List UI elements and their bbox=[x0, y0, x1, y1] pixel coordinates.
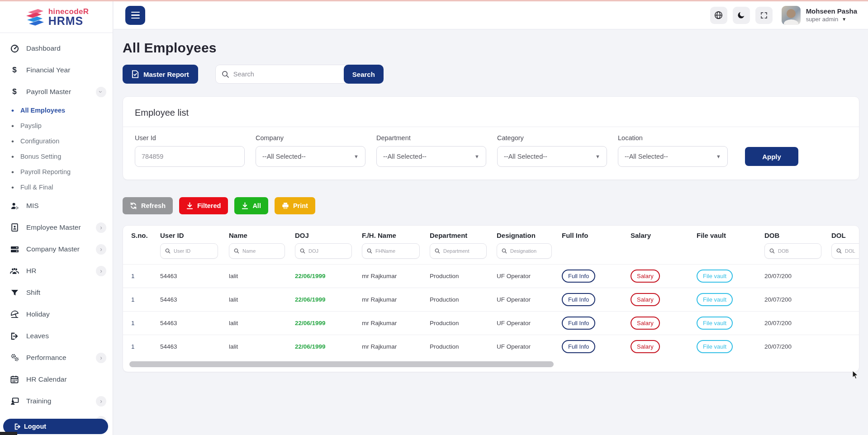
chevron-right-icon[interactable]: › bbox=[96, 396, 106, 407]
chevron-right-icon[interactable]: › bbox=[96, 244, 106, 255]
user-menu-caret-icon[interactable]: ▼ bbox=[842, 17, 846, 23]
fhname-column-filter[interactable] bbox=[375, 248, 419, 254]
sidebar-item-bonus-setting[interactable]: • Bonus Setting bbox=[0, 149, 113, 164]
search-button[interactable]: Search bbox=[344, 65, 384, 84]
sidebar-item-hr-calendar[interactable]: HR Calendar bbox=[0, 369, 113, 390]
name-column-filter[interactable] bbox=[242, 248, 285, 254]
cell-sno: 1 bbox=[131, 273, 160, 279]
doj-column-filter[interactable] bbox=[308, 248, 351, 254]
salary-button[interactable]: Salary bbox=[631, 270, 660, 283]
search-input[interactable] bbox=[233, 71, 344, 78]
sidebar-item-company-master[interactable]: Company Master › bbox=[0, 238, 113, 260]
table-row: 1 54463 lalit 22/06/1999 mr Rajkumar Pro… bbox=[123, 335, 859, 358]
top-header: Mohseen Pasha super admin ▼ bbox=[114, 1, 868, 29]
designation-column-filter[interactable] bbox=[510, 248, 551, 254]
column-header: Name bbox=[229, 232, 295, 239]
chevron-right-icon[interactable]: › bbox=[96, 266, 106, 276]
chevron-right-icon[interactable]: › bbox=[96, 353, 106, 363]
user-avatar[interactable] bbox=[782, 6, 801, 25]
sidebar-item-dashboard[interactable]: Dashboard bbox=[0, 38, 113, 59]
location-select[interactable]: --All Selected-- ▼ bbox=[618, 146, 728, 167]
department-column-filter[interactable] bbox=[443, 248, 486, 254]
calendar-icon bbox=[10, 375, 19, 384]
employees-table: S.no. User ID Name DOJ bbox=[123, 225, 859, 372]
column-header: Full Info bbox=[562, 232, 631, 239]
search-icon bbox=[836, 248, 842, 254]
fullscreen-icon[interactable] bbox=[755, 7, 773, 24]
cell-name: lalit bbox=[229, 273, 295, 279]
sidebar-item-configuration[interactable]: • Configuration bbox=[0, 133, 113, 149]
file-vault-button[interactable]: File vault bbox=[697, 270, 733, 283]
sidebar-item-payslip[interactable]: • Payslip bbox=[0, 118, 113, 133]
sidebar-item-leaves[interactable]: Leaves bbox=[0, 325, 113, 347]
sidebar-item-performance[interactable]: Performance › bbox=[0, 347, 113, 369]
chevron-down-icon[interactable]: › bbox=[96, 87, 106, 97]
file-vault-button[interactable]: File vault bbox=[697, 317, 733, 330]
print-button[interactable]: Print bbox=[275, 197, 315, 214]
dark-mode-moon-icon[interactable] bbox=[733, 7, 750, 24]
cell-dob: 20/07/200 bbox=[764, 273, 831, 279]
user-id-column-filter[interactable] bbox=[174, 248, 218, 254]
salary-button[interactable]: Salary bbox=[631, 293, 660, 306]
sidebar-item-holiday[interactable]: Holiday bbox=[0, 303, 113, 325]
page-title: All Employees bbox=[123, 40, 859, 56]
sidebar-item-all-employees[interactable]: • All Employees bbox=[0, 103, 113, 118]
user-role: super admin bbox=[806, 16, 839, 23]
bullet-icon: • bbox=[11, 153, 14, 161]
sidebar-nav: Dashboard $ Financial Year $ Payroll Mas… bbox=[0, 33, 113, 430]
sidebar-item-employee-master[interactable]: Employee Master › bbox=[0, 217, 113, 238]
dol-column-filter[interactable] bbox=[845, 248, 859, 254]
sidebar-subitem-label: Payroll Reporting bbox=[20, 168, 71, 175]
cell-name: lalit bbox=[229, 320, 295, 326]
horizontal-scrollbar[interactable] bbox=[129, 361, 554, 367]
sidebar-item-shift[interactable]: Shift bbox=[0, 282, 113, 303]
file-vault-button[interactable]: File vault bbox=[697, 293, 733, 306]
cell-dob: 20/07/200 bbox=[764, 320, 831, 326]
user-menu[interactable]: Mohseen Pasha super admin ▼ bbox=[806, 7, 857, 23]
category-select[interactable]: --All Selected-- ▼ bbox=[497, 146, 607, 167]
sidebar-toggle-button[interactable] bbox=[125, 6, 145, 25]
sidebar-item-mis[interactable]: MIS bbox=[0, 195, 113, 217]
sidebar-item-full-and-final[interactable]: • Full & Final bbox=[0, 180, 113, 195]
top-accent-line bbox=[0, 0, 868, 1]
full-info-button[interactable]: Full Info bbox=[562, 270, 595, 283]
cell-designation: UF Operator bbox=[497, 273, 562, 279]
download-filtered-button[interactable]: Filtered bbox=[179, 197, 228, 214]
logout-button[interactable]: Logout bbox=[3, 419, 108, 434]
sidebar-item-hr[interactable]: HR › bbox=[0, 260, 113, 282]
column-header: DOB bbox=[764, 232, 831, 239]
column-filter bbox=[362, 243, 420, 259]
download-all-button[interactable]: All bbox=[234, 197, 268, 214]
chevron-right-icon[interactable]: › bbox=[96, 222, 106, 233]
cell-sno: 1 bbox=[131, 320, 160, 326]
sidebar-item-label: Payroll Master bbox=[26, 88, 71, 96]
company-select[interactable]: --All Selected-- ▼ bbox=[256, 146, 365, 167]
global-search: Search bbox=[215, 65, 384, 84]
salary-button[interactable]: Salary bbox=[631, 317, 660, 330]
file-vault-button[interactable]: File vault bbox=[697, 340, 733, 353]
cell-designation: UF Operator bbox=[497, 320, 562, 326]
sidebar-item-label: HR bbox=[26, 267, 36, 275]
sidebar-item-financial-year[interactable]: $ Financial Year bbox=[0, 59, 113, 81]
column-filter bbox=[160, 243, 218, 259]
full-info-button[interactable]: Full Info bbox=[562, 293, 595, 306]
sidebar-item-training[interactable]: Training › bbox=[0, 390, 113, 412]
sidebar-item-payroll-master[interactable]: $ Payroll Master › bbox=[0, 81, 113, 103]
dob-column-filter[interactable] bbox=[778, 248, 821, 254]
full-info-button[interactable]: Full Info bbox=[562, 317, 595, 330]
globe-icon[interactable] bbox=[710, 7, 727, 24]
user-id-input[interactable] bbox=[135, 147, 244, 166]
sidebar-item-label: Financial Year bbox=[26, 66, 70, 74]
salary-button[interactable]: Salary bbox=[631, 340, 660, 353]
mouse-cursor bbox=[852, 371, 859, 380]
refresh-button[interactable]: Refresh bbox=[123, 197, 173, 214]
id-card-icon bbox=[10, 223, 19, 232]
sidebar-item-payroll-reporting[interactable]: • Payroll Reporting bbox=[0, 164, 113, 180]
cell-department: Production bbox=[430, 296, 497, 303]
full-info-button[interactable]: Full Info bbox=[562, 340, 595, 353]
cell-department: Production bbox=[430, 273, 497, 279]
apply-button[interactable]: Apply bbox=[745, 147, 798, 166]
department-select[interactable]: --All Selected-- ▼ bbox=[376, 146, 486, 167]
filter-label: Category bbox=[497, 134, 607, 142]
master-report-button[interactable]: Master Report bbox=[123, 65, 198, 84]
